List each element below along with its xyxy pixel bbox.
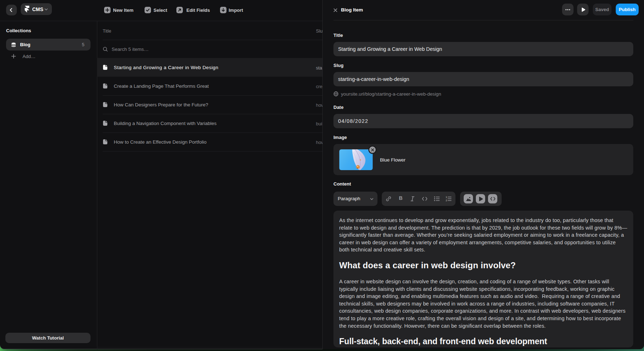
svg-text:1: 1 <box>446 196 447 199</box>
svg-text:2: 2 <box>446 199 447 201</box>
